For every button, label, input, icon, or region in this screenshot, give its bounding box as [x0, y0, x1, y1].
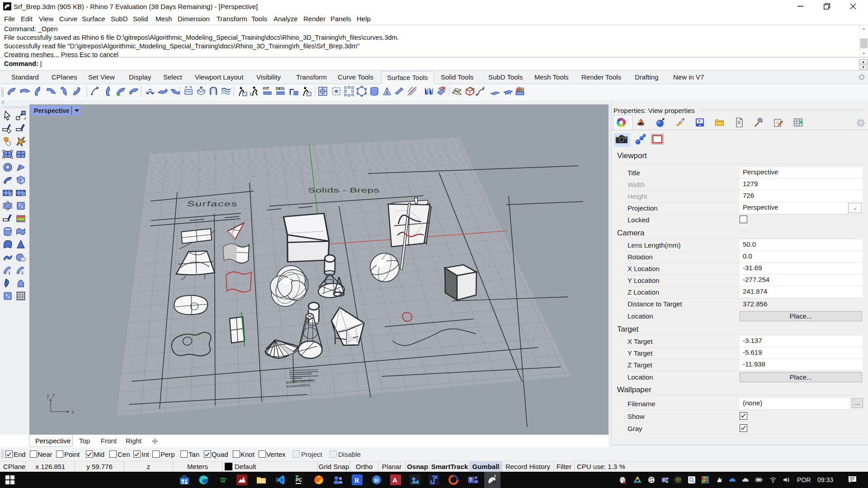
- svg-text:T: T: [663, 479, 665, 482]
- svg-text:FIT: FIT: [263, 86, 269, 91]
- svg-text:w: w: [475, 93, 478, 96]
- svg-text:2: 2: [21, 271, 24, 275]
- svg-text:z: z: [52, 392, 55, 399]
- svg-text:R: R: [354, 477, 359, 484]
- svg-text:1: 1: [8, 271, 10, 275]
- svg-text:PC: PC: [296, 478, 302, 483]
- svg-text:x: x: [71, 408, 75, 415]
- svg-text:y: y: [47, 392, 50, 399]
- svg-text:6: 6: [494, 474, 496, 478]
- svg-text:09:33: 09:33: [817, 476, 833, 483]
- svg-text:BooleanSplit(bs): BooleanSplit(bs): [287, 383, 310, 389]
- svg-text:DEG: DEG: [276, 86, 285, 91]
- svg-text:R: R: [374, 477, 379, 483]
- svg-text:POR: POR: [797, 476, 811, 483]
- svg-text:T: T: [469, 478, 472, 483]
- svg-text:?: ?: [698, 119, 701, 124]
- svg-text:A: A: [392, 476, 397, 484]
